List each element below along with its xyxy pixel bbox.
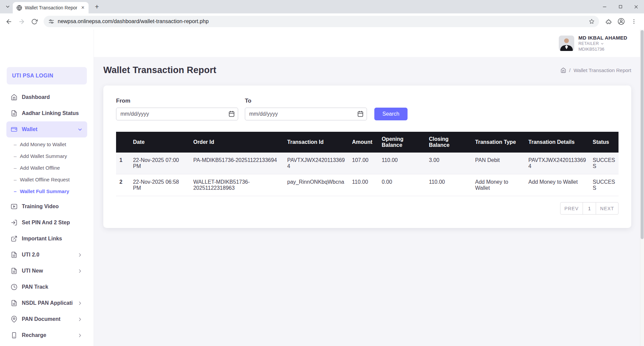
to-date-field: To bbox=[245, 98, 367, 120]
sidebar-item-dashboard[interactable]: Dashboard bbox=[6, 89, 87, 105]
next-page-button[interactable]: NEXT bbox=[596, 202, 619, 215]
external-link-icon bbox=[11, 235, 17, 242]
user-role[interactable]: RETAILER bbox=[579, 41, 628, 46]
dash-icon: – bbox=[14, 188, 16, 194]
profile-avatar-icon[interactable] bbox=[615, 15, 627, 27]
browser-menu-icon[interactable] bbox=[628, 15, 640, 27]
sidebar-item-training-video[interactable]: Training Video bbox=[6, 198, 87, 215]
address-bar[interactable]: newpsa.onlinepsa.com/dashboard/wallet-tr… bbox=[44, 16, 599, 27]
dash-icon: – bbox=[14, 153, 16, 159]
chevron-right-icon bbox=[77, 268, 83, 274]
to-label: To bbox=[245, 98, 367, 104]
sidebar-item-uti-new[interactable]: UTI New bbox=[6, 263, 87, 279]
table-cell: 0.00 bbox=[378, 174, 426, 196]
table-cell: 107.00 bbox=[349, 153, 378, 174]
sidebar-item-nsdl-pan-application[interactable]: NSDL PAN Application bbox=[6, 295, 87, 311]
scrollbar-thumb[interactable] bbox=[641, 30, 644, 239]
chevron-down-icon bbox=[77, 127, 83, 132]
file-text-icon bbox=[11, 251, 17, 258]
wallet-submenu: – Add Money to Wallet – Add Wallet Summa… bbox=[0, 137, 94, 198]
table-header-row: Date Order Id Transaction Id Amount Open… bbox=[116, 132, 619, 153]
page-number-button[interactable]: 1 bbox=[583, 202, 596, 215]
page-title: Wallet Transaction Report bbox=[103, 65, 216, 75]
sidebar-item-label: Wallet bbox=[22, 126, 38, 132]
sidebar-subitem-add-money-to-wallet[interactable]: – Add Money to Wallet bbox=[0, 138, 94, 150]
from-date-input[interactable] bbox=[116, 108, 238, 120]
status-cell: SUCCESS bbox=[589, 174, 619, 196]
home-icon bbox=[11, 94, 17, 101]
play-video-icon bbox=[11, 203, 17, 210]
back-icon[interactable] bbox=[3, 15, 15, 27]
new-tab-button[interactable]: + bbox=[92, 2, 102, 12]
tab-strip: Wallet Transaction Report ✕ + bbox=[0, 0, 644, 13]
sidebar-subitem-add-wallet-offline[interactable]: – Add Wallet Offline bbox=[0, 162, 94, 174]
sidebar-item-uti-2-0[interactable]: UTI 2.0 bbox=[6, 247, 87, 263]
user-avatar[interactable] bbox=[559, 36, 574, 51]
calendar-icon[interactable] bbox=[357, 111, 364, 117]
sidebar-item-recharge[interactable]: Recharge bbox=[6, 327, 87, 343]
pagination: PREV 1 NEXT bbox=[116, 202, 619, 215]
chevron-down-icon bbox=[600, 42, 604, 46]
extensions-icon[interactable] bbox=[602, 15, 614, 27]
title-row: Wallet Transaction Report / Wallet Trans… bbox=[103, 65, 631, 75]
user-id: MDIKB51736 bbox=[579, 47, 628, 52]
window-close-button[interactable] bbox=[628, 0, 644, 13]
sidebar-item-pan-track[interactable]: PAN Track bbox=[6, 279, 87, 295]
tab-search-chevron-icon[interactable] bbox=[3, 2, 13, 12]
sidebar-subitem-wallet-offline-request[interactable]: – Wallet Offline Request bbox=[0, 174, 94, 185]
brand-badge[interactable]: UTI PSA LOGIN bbox=[7, 67, 87, 84]
file-text-icon bbox=[11, 110, 17, 117]
table-cell: 1 bbox=[116, 153, 129, 174]
table-cell: 110.00 bbox=[426, 174, 472, 196]
filter-bar: From To bbox=[116, 98, 619, 120]
table-row: 1 22-Nov-2025 07:00 PM PA-MDIKB51736-202… bbox=[116, 153, 619, 174]
window-minimize-button[interactable] bbox=[597, 0, 612, 13]
home-icon[interactable] bbox=[560, 67, 566, 73]
col-header-order-id: Order Id bbox=[190, 132, 284, 153]
col-header-transaction-id: Transaction Id bbox=[284, 132, 348, 153]
sidebar-item-label: Important Links bbox=[22, 236, 62, 242]
sidebar-subitem-label: Wallet Offline Request bbox=[20, 177, 69, 182]
sidebar: UTI PSA LOGIN Dashboard Aadhar Linking S… bbox=[0, 30, 94, 346]
calendar-icon[interactable] bbox=[228, 111, 235, 117]
sidebar-item-label: Training Video bbox=[22, 204, 59, 210]
to-date-input[interactable] bbox=[245, 108, 367, 120]
browser-tab[interactable]: Wallet Transaction Report ✕ bbox=[13, 2, 89, 13]
browser-toolbar: newpsa.onlinepsa.com/dashboard/wallet-tr… bbox=[0, 13, 644, 30]
sidebar-subitem-label: Add Wallet Summary bbox=[20, 153, 67, 159]
from-date-field: From bbox=[116, 98, 238, 120]
tab-close-icon[interactable]: ✕ bbox=[80, 5, 86, 11]
col-header-transation-type: Transation Type bbox=[472, 132, 525, 153]
sidebar-item-wallet[interactable]: Wallet bbox=[6, 121, 87, 137]
table-row: 2 22-Nov-2025 06:58 PM WALLET-MDIKB51736… bbox=[116, 174, 619, 196]
site-info-icon[interactable] bbox=[48, 18, 54, 24]
col-header-index bbox=[116, 132, 129, 153]
sidebar-item-set-pin-and-2-step[interactable]: Set PIN And 2 Step bbox=[6, 215, 87, 231]
page-scrollbar[interactable] bbox=[640, 30, 644, 346]
table-cell: 22-Nov-2025 07:00 PM bbox=[129, 153, 190, 174]
chevron-right-icon bbox=[77, 316, 83, 322]
reload-icon[interactable] bbox=[28, 15, 40, 27]
sidebar-subitem-add-wallet-summary[interactable]: – Add Wallet Summary bbox=[0, 150, 94, 162]
url-text[interactable]: newpsa.onlinepsa.com/dashboard/wallet-tr… bbox=[58, 18, 584, 24]
user-name: MD IKBAL AHAMED bbox=[579, 35, 628, 41]
sidebar-item-important-links[interactable]: Important Links bbox=[6, 231, 87, 247]
window-maximize-button[interactable] bbox=[612, 0, 628, 13]
col-header-opening-balance: Opening Balance bbox=[378, 132, 426, 153]
prev-page-button[interactable]: PREV bbox=[560, 202, 583, 215]
clock-icon bbox=[11, 284, 17, 290]
sidebar-subitem-wallet-full-summary[interactable]: – Wallet Full Summary bbox=[0, 185, 94, 197]
top-navbar: MD IKBAL AHAMED RETAILER MDIKB51736 bbox=[94, 30, 644, 57]
sidebar-item-aadhar-linking-status[interactable]: Aadhar Linking Status bbox=[6, 105, 87, 121]
sidebar-item-pan-document[interactable]: PAN Document bbox=[6, 311, 87, 327]
user-menu[interactable]: MD IKBAL AHAMED RETAILER MDIKB51736 bbox=[559, 35, 628, 52]
status-cell: SUCCESS bbox=[589, 153, 619, 174]
report-card: From To bbox=[103, 85, 631, 228]
sidebar-item-label: PAN Document bbox=[22, 316, 60, 322]
breadcrumb: / Wallet Transaction Report bbox=[560, 67, 631, 73]
forward-icon[interactable] bbox=[15, 15, 28, 27]
bookmark-star-icon[interactable] bbox=[587, 17, 596, 26]
sidebar-item-label: UTI New bbox=[22, 268, 43, 274]
col-header-transation-details: Transation Details bbox=[525, 132, 589, 153]
search-button[interactable]: Search bbox=[374, 108, 408, 120]
